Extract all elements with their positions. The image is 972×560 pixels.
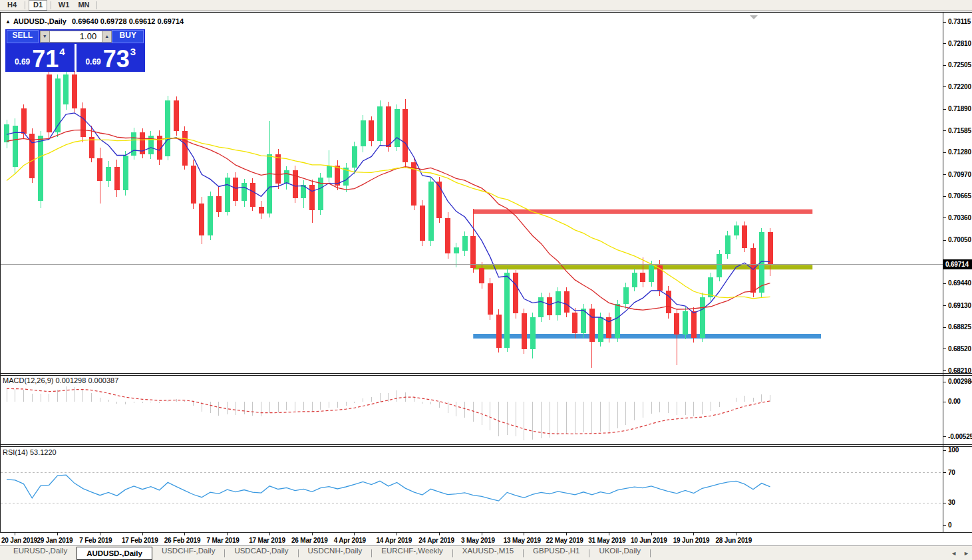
date-axis-label: 26 Mar 2019 — [291, 537, 328, 544]
date-axis-label: 31 May 2019 — [588, 537, 625, 544]
tab-eurchf-weekly[interactable]: EURCHF-,Weekly — [372, 547, 452, 560]
chart-ohlc-values: 0.69640 0.69728 0.69612 0.69714 — [72, 17, 184, 25]
timeframe-toolbar: H4D1W1MN — [0, 0, 972, 11]
rsi-axis-label: 100 — [948, 446, 959, 454]
price-axis-label: 0.70050 — [948, 236, 971, 243]
date-axis-label: 7 Feb 2019 — [79, 537, 112, 544]
toolbar-separator — [51, 1, 51, 9]
price-axis-label: 0.69130 — [948, 302, 971, 309]
tab-eurusd-daily[interactable]: EURUSD-,Daily — [4, 547, 77, 560]
sell-price-box[interactable]: 0.69 71 4 — [5, 44, 75, 72]
chart-symbol-label: AUDUSD-,Daily — [13, 17, 67, 25]
price-axis-label: 0.72810 — [948, 40, 971, 47]
chart-canvas[interactable] — [0, 12, 972, 560]
chart-tab-bar: EURUSD-,DailyAUDUSD-,DailyUSDCHF-,DailyU… — [0, 545, 972, 560]
tab-xauusd-m15[interactable]: XAUUSD-,M15 — [453, 547, 523, 560]
chart-shift-marker-icon[interactable] — [750, 15, 758, 19]
sell-button[interactable]: SELL — [7, 30, 39, 43]
price-axis-label: 0.70665 — [948, 192, 971, 200]
mt4-terminal: H4D1W1MN ▲AUDUSD-,Daily0.69640 0.69728 0… — [0, 0, 972, 560]
timeframe-button-d1[interactable]: D1 — [29, 0, 47, 11]
rsi-label: RSI(14) 53.1220 — [3, 448, 57, 456]
price-axis-label: 0.68210 — [948, 367, 971, 374]
chart-title: ▲AUDUSD-,Daily0.69640 0.69728 0.69612 0.… — [5, 17, 184, 25]
price-axis-label: 0.68520 — [948, 345, 971, 352]
date-axis-label: 14 Apr 2019 — [377, 537, 412, 544]
toolbar-separator — [25, 1, 25, 9]
tab-scroll-right-button[interactable]: ► — [963, 549, 969, 558]
tab-ukoil-daily[interactable]: UKOil-,Daily — [589, 547, 650, 560]
date-axis-label: 26 Feb 2019 — [164, 537, 201, 544]
price-axis-label: 0.69440 — [948, 279, 971, 287]
date-axis-label: 13 May 2019 — [504, 537, 541, 544]
tab-audusd-daily[interactable]: AUDUSD-,Daily — [77, 547, 152, 560]
date-axis-label: 28 Jun 2019 — [716, 537, 752, 544]
timeframe-button-w1[interactable]: W1 — [55, 0, 73, 11]
date-axis-label: 3 May 2019 — [461, 537, 495, 544]
sell-price-big: 71 — [32, 49, 59, 69]
volume-input[interactable]: 1.00 — [50, 31, 102, 43]
date-axis-label: 29 Jan 2019 — [37, 537, 73, 544]
volume-increase-button[interactable]: ▲ — [102, 31, 112, 43]
macd-axis-label: 0.002984 — [948, 378, 972, 385]
buy-button[interactable]: BUY — [112, 30, 144, 43]
date-axis-label: 20 Jan 2019 — [1, 537, 37, 544]
sell-price-pip: 4 — [59, 46, 65, 57]
current-price-tag: 0.69714 — [943, 259, 972, 269]
rsi-axis-label: 30 — [948, 499, 955, 506]
tab-gbpusd-h1[interactable]: GBPUSD-,H1 — [524, 547, 589, 560]
tab-usdcnh-daily[interactable]: USDCNH-,Daily — [299, 547, 372, 560]
price-axis-label: 0.71280 — [948, 148, 971, 156]
date-axis-label: 19 Jun 2019 — [673, 537, 710, 544]
price-axis-label: 0.71585 — [948, 127, 971, 134]
price-axis-label: 0.70970 — [948, 171, 971, 178]
price-axis-label: 0.70360 — [948, 214, 971, 221]
toolbar-separator — [96, 1, 97, 9]
chart-window[interactable]: ▲AUDUSD-,Daily0.69640 0.69728 0.69612 0.… — [0, 12, 972, 545]
tab-usdchf-daily[interactable]: USDCHF-,Daily — [152, 547, 225, 560]
date-axis-label: 10 Jun 2019 — [631, 537, 667, 544]
date-axis-label: 4 Apr 2019 — [334, 537, 366, 544]
buy-price-prefix: 0.69 — [85, 57, 100, 67]
tab-usdcad-daily[interactable]: USDCAD-,Daily — [225, 547, 297, 560]
one-click-trading-panel: SELL ▼ 1.00 ▲ BUY 0.69 71 4 0.69 73 3 — [5, 29, 145, 72]
tab-scroll-left-button[interactable]: ◄ — [951, 549, 957, 558]
timeframe-button-mn[interactable]: MN — [75, 0, 93, 11]
buy-price-pip: 3 — [130, 46, 136, 57]
price-axis-label: 0.68825 — [948, 323, 971, 331]
date-axis-label: 17 Feb 2019 — [122, 537, 158, 544]
rsi-axis-label: 70 — [948, 469, 955, 476]
timeframe-button-h4[interactable]: H4 — [3, 0, 21, 11]
tab-separator — [650, 549, 651, 557]
price-axis-label: 0.71890 — [948, 105, 971, 112]
macd-axis-label: 0.00 — [948, 398, 961, 405]
price-axis-label: 0.72200 — [948, 83, 971, 90]
date-axis-label: 7 Mar 2019 — [207, 537, 240, 544]
price-axis-label: 0.72505 — [948, 61, 971, 69]
tab-scroll-controls: ◄► — [951, 549, 969, 558]
date-axis-label: 17 Mar 2019 — [249, 537, 285, 544]
price-axis-label: 0.73115 — [948, 18, 971, 25]
macd-axis-label: -0.005256 — [948, 433, 972, 440]
volume-decrease-button[interactable]: ▼ — [40, 31, 50, 43]
buy-price-big: 73 — [103, 49, 130, 69]
collapse-arrow-icon[interactable]: ▲ — [5, 19, 11, 25]
date-axis-label: 22 May 2019 — [546, 537, 583, 544]
sell-price-prefix: 0.69 — [15, 57, 30, 67]
date-axis-label: 24 Apr 2019 — [418, 537, 454, 544]
rsi-axis-label: 0 — [948, 521, 951, 529]
macd-label: MACD(12,26,9) 0.001298 0.000387 — [3, 376, 118, 384]
buy-price-box[interactable]: 0.69 73 3 — [77, 44, 146, 72]
